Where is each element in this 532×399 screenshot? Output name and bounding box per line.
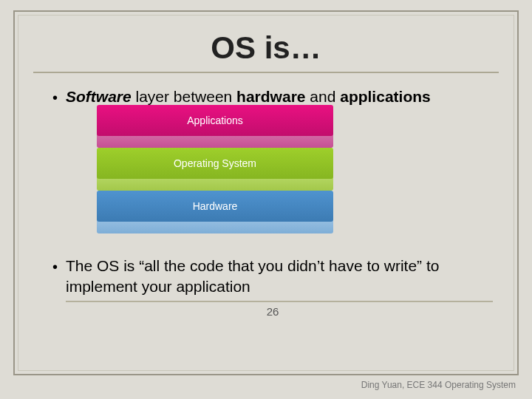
layer-hardware-label: Hardware	[193, 200, 238, 212]
layer-stack-diagram: Applications Operating System Hardware	[97, 105, 333, 229]
layer-applications: Applications	[97, 105, 333, 143]
word-applications: applications	[340, 88, 431, 105]
bullet-dot-icon: •	[52, 86, 66, 108]
bullet-2-text: The OS is “all the code that you didn’t …	[66, 256, 493, 302]
bullet1-and: and	[305, 88, 340, 105]
bullet1-mid: layer between	[132, 88, 236, 105]
layer-os-bar: Operating System	[97, 148, 333, 179]
slide-frame: OS is… • Software layer between hardware…	[13, 10, 519, 375]
layer-os-label: Operating System	[174, 157, 256, 169]
layer-applications-label: Applications	[187, 115, 243, 126]
word-hardware: hardware	[236, 88, 305, 105]
layer-os: Operating System	[97, 148, 333, 186]
page-number: 26	[52, 305, 493, 318]
layer-applications-bar: Applications	[97, 105, 333, 136]
bullet-dot-icon: •	[52, 256, 66, 277]
slide-frame-inner: OS is… • Software layer between hardware…	[18, 15, 514, 371]
slide-title: OS is…	[18, 16, 514, 72]
word-software: Software	[66, 88, 132, 105]
layer-hardware-bar: Hardware	[97, 191, 333, 222]
slide-content: • Software layer between hardware and ap…	[18, 86, 514, 318]
title-divider	[33, 72, 499, 73]
footer-credit: Ding Yuan, ECE 344 Operating System	[361, 380, 516, 390]
layer-hardware: Hardware	[97, 191, 333, 229]
bullet-2: • The OS is “all the code that you didn’…	[52, 256, 493, 302]
